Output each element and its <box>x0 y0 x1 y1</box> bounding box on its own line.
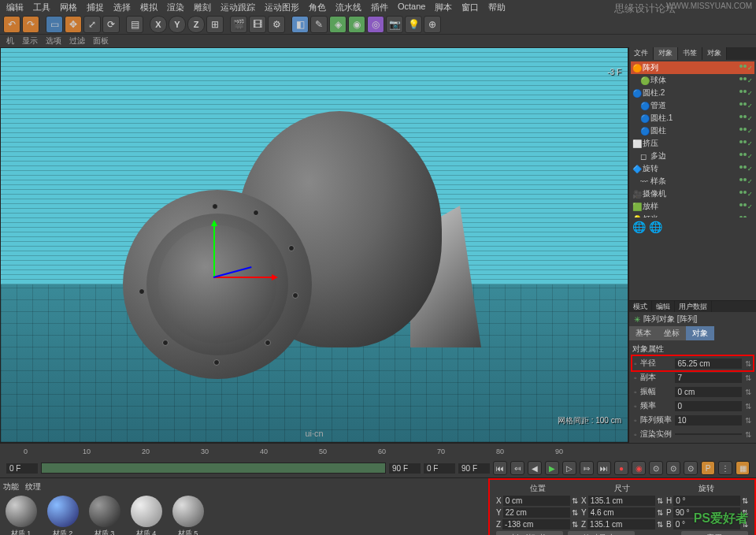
menu-plugins[interactable]: 插件 <box>371 2 388 13</box>
scale-tool[interactable]: ⤢ <box>83 16 101 33</box>
autokey-button[interactable]: ◉ <box>632 461 646 475</box>
vp-menu-panel[interactable]: 面板 <box>93 35 109 46</box>
coords-mode-dropdown[interactable]: 对象 (相对) ▾ <box>496 531 563 535</box>
hierarchy-item[interactable]: 🔷旋转✓ <box>631 162 754 175</box>
goto-end-button[interactable]: ⏭ <box>597 461 611 475</box>
spinner-icon[interactable]: ⇅ <box>572 508 578 517</box>
render-region-button[interactable]: 🎞 <box>249 16 266 33</box>
size-field[interactable] <box>588 496 655 506</box>
checkmark-icon[interactable]: ✓ <box>747 191 753 198</box>
checkmark-icon[interactable]: ✓ <box>747 165 753 173</box>
record-button[interactable]: ● <box>614 461 628 475</box>
menu-edit[interactable]: 编辑 <box>6 2 24 13</box>
gizmo-y-axis[interactable] <box>213 221 215 277</box>
attr-value-field[interactable]: 0 cm <box>675 387 742 397</box>
rot-field[interactable] <box>673 496 740 506</box>
attr-value-field[interactable] <box>675 433 742 435</box>
mat-tab-function[interactable]: 功能 <box>3 481 19 492</box>
checkmark-icon[interactable]: ✓ <box>747 90 753 97</box>
hierarchy-item[interactable]: 🔵圆柱.1✓ <box>631 112 754 124</box>
attr-value-field[interactable]: 7 <box>675 373 742 383</box>
timeline-track[interactable] <box>41 463 386 474</box>
hierarchy-item[interactable]: 〰样条✓ <box>631 175 754 188</box>
spinner-icon[interactable]: ⇅ <box>657 520 663 529</box>
hierarchy-item[interactable]: 🟠阵列✓ <box>631 61 754 74</box>
coord-system-button[interactable]: ⊞ <box>206 16 224 33</box>
timeline-ruler[interactable]: 0102030405060708090 <box>0 443 756 459</box>
timeline-options-button[interactable]: ⋮ <box>718 461 732 475</box>
tag-button[interactable]: ⊕ <box>424 16 441 33</box>
hierarchy-item[interactable]: 🟢球体✓ <box>631 74 754 87</box>
redo-button[interactable]: ↷ <box>22 16 39 33</box>
prev-frame-button[interactable]: ◀ <box>528 461 542 475</box>
checkmark-icon[interactable]: ✓ <box>747 128 753 135</box>
spinner-icon[interactable]: ⇅ <box>745 416 751 425</box>
timeline-cur2-field[interactable]: 90 F <box>458 463 490 474</box>
checkmark-icon[interactable]: ✓ <box>747 115 753 122</box>
timeline-cur1-field[interactable]: 0 F <box>424 463 455 474</box>
spline-pen-button[interactable]: ✎ <box>310 16 328 33</box>
hierarchy-item[interactable]: 🔵圆柱.2✓ <box>631 87 754 99</box>
attr-value-field[interactable]: 0 <box>675 401 742 411</box>
menu-select[interactable]: 选择 <box>113 2 131 13</box>
next-frame-button[interactable]: ▷ <box>562 461 576 475</box>
spinner-icon[interactable]: ⇅ <box>742 496 748 505</box>
spinner-icon[interactable]: ⇅ <box>745 402 751 411</box>
deformer-button[interactable]: ◉ <box>348 16 365 33</box>
globe-icon[interactable]: 🌐 <box>649 221 662 233</box>
key-pos-button[interactable]: ⊙ <box>649 461 663 475</box>
move-tool[interactable]: ✥ <box>65 16 82 33</box>
checkmark-icon[interactable]: ✓ <box>747 140 753 147</box>
size-field[interactable] <box>587 519 655 529</box>
spinner-icon[interactable]: ⇅ <box>572 520 578 529</box>
spinner-icon[interactable]: ⇅ <box>657 508 663 517</box>
play-button[interactable]: ▶ <box>545 461 559 475</box>
menu-sculpt[interactable]: 雕刻 <box>194 2 211 13</box>
transform-gizmo[interactable] <box>213 221 215 284</box>
pos-field[interactable] <box>503 507 570 518</box>
material-item[interactable]: 材质.2 <box>45 496 80 535</box>
camera-button[interactable]: 📷 <box>386 16 403 33</box>
render-view-button[interactable]: 🎬 <box>230 16 247 33</box>
menu-character[interactable]: 角色 <box>309 2 326 13</box>
checkmark-icon[interactable]: ✓ <box>747 65 753 72</box>
history-button[interactable]: ▤ <box>126 16 143 33</box>
key-rot-button[interactable]: ⊙ <box>684 461 698 475</box>
globe-icon[interactable]: 🌐 <box>632 221 646 233</box>
vp-menu-options[interactable]: 选项 <box>46 35 61 46</box>
hierarchy-item[interactable]: 🟩放样✓ <box>631 200 754 213</box>
checkmark-icon[interactable]: ✓ <box>747 203 753 210</box>
rotate-tool[interactable]: ⟳ <box>102 16 120 33</box>
hierarchy-item[interactable]: 🔵管道✓ <box>631 99 754 112</box>
menu-octane[interactable]: Octane <box>398 2 425 13</box>
viewport-3d[interactable]: -3 F 网格间距 : 100 cm ui·cn <box>0 47 628 443</box>
hierarchy-item[interactable]: ◻多边✓ <box>631 150 754 162</box>
hierarchy-item[interactable]: 🎥摄像机✓ <box>631 188 754 200</box>
attr-tab-edit[interactable]: 编辑 <box>652 301 675 312</box>
menu-mograph[interactable]: 运动图形 <box>265 2 299 13</box>
axis-x-toggle[interactable]: X <box>150 16 167 33</box>
material-item[interactable]: 材质.5 <box>170 496 206 535</box>
menu-snap[interactable]: 捕捉 <box>87 2 104 13</box>
attr-subtab-basic[interactable]: 基本 <box>629 326 658 340</box>
attr-value-field[interactable]: 65.25 cm <box>675 359 742 369</box>
mat-tab-texture[interactable]: 纹理 <box>25 481 41 492</box>
menu-help[interactable]: 帮助 <box>488 2 506 13</box>
light-button[interactable]: 💡 <box>405 16 422 33</box>
pos-field[interactable] <box>502 519 570 529</box>
goto-start-button[interactable]: ⏮ <box>493 461 507 475</box>
menu-window[interactable]: 窗口 <box>461 2 479 13</box>
spinner-icon[interactable]: ⇅ <box>745 373 751 382</box>
checkmark-icon[interactable]: ✓ <box>747 153 753 160</box>
checkmark-icon[interactable]: ✓ <box>747 77 753 84</box>
attr-subtab-object[interactable]: 对象 <box>686 326 714 340</box>
spinner-icon[interactable]: ⇅ <box>745 430 751 439</box>
hierarchy-item[interactable]: ⬜挤压✓ <box>631 137 754 150</box>
select-tool[interactable]: ▭ <box>46 16 63 33</box>
menu-mesh[interactable]: 网格 <box>60 2 77 13</box>
size-field[interactable] <box>588 507 655 518</box>
vp-menu-display[interactable]: 显示 <box>22 35 38 46</box>
material-item[interactable]: 材质.3 <box>87 496 122 535</box>
attr-value-field[interactable]: 10 <box>675 415 742 425</box>
key-scale-button[interactable]: ⊙ <box>666 461 680 475</box>
